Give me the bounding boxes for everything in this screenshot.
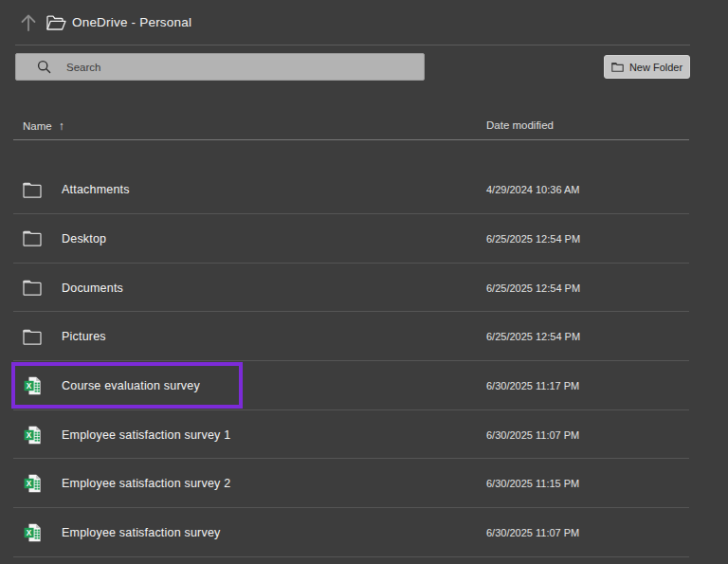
file-date-modified: 6/25/2025 12:54 PM	[486, 233, 580, 245]
file-list: X Attachments 4/29/2024 10:36 AM	[0, 140, 728, 557]
folder-icon: X	[23, 180, 42, 199]
new-folder-label: New Folder	[629, 62, 682, 73]
table-row[interactable]: X Employee satisfaction survey 1 6/30/20…	[0, 410, 728, 460]
file-name: Pictures	[62, 330, 106, 343]
file-name: Documents	[62, 282, 123, 295]
file-name: Attachments	[62, 183, 130, 196]
file-date-modified: 6/25/2025 12:54 PM	[486, 282, 580, 294]
file-date-modified: 6/30/2025 11:07 PM	[486, 429, 579, 441]
excel-file-icon: X	[23, 523, 42, 542]
svg-text:X: X	[26, 382, 31, 391]
new-folder-button[interactable]: New Folder	[604, 55, 690, 79]
folder-icon: X	[23, 279, 42, 298]
file-date-modified: 4/29/2024 10:36 AM	[486, 184, 579, 195]
sort-ascending-icon: ↑	[59, 119, 64, 133]
column-header-name[interactable]: Name ↑	[23, 119, 64, 133]
open-folder-icon	[46, 15, 66, 31]
folder-icon: X	[23, 327, 42, 346]
table-row[interactable]: X Documents 6/25/2025 12:54 PM	[0, 264, 728, 313]
breadcrumb[interactable]: OneDrive - Personal	[72, 15, 191, 29]
table-row[interactable]: X Employee satisfaction survey 6/30/2025…	[0, 508, 728, 557]
column-header-date-modified[interactable]: Date modified	[486, 119, 554, 131]
search-input[interactable]	[51, 54, 424, 80]
file-picker-dialog: { "header": { "title": "OneDrive - Perso…	[0, 0, 728, 564]
excel-file-icon: X	[23, 376, 42, 395]
file-name: Course evaluation survey	[62, 379, 200, 392]
column-name-label: Name	[23, 120, 52, 132]
svg-text:X: X	[26, 430, 31, 439]
column-date-label: Date modified	[486, 119, 554, 131]
file-name: Desktop	[62, 232, 106, 246]
table-row[interactable]: X Attachments 4/29/2024 10:36 AM	[0, 165, 728, 214]
svg-text:X: X	[26, 529, 31, 537]
search-box[interactable]	[15, 53, 425, 81]
file-name: Employee satisfaction survey 2	[62, 477, 230, 490]
title-bar: OneDrive - Personal	[0, 0, 728, 45]
table-row[interactable]: X Desktop 6/25/2025 12:54 PM	[0, 214, 728, 264]
file-date-modified: 6/25/2025 12:54 PM	[486, 331, 580, 342]
svg-text:X: X	[26, 480, 31, 488]
folder-icon: X	[23, 229, 42, 248]
table-row[interactable]: X Pictures 6/25/2025 12:54 PM	[0, 312, 728, 361]
table-row[interactable]: X Employee satisfaction survey 2 6/30/20…	[0, 459, 728, 508]
table-row[interactable]: X Course evaluation survey 6/30/2025 11:…	[0, 361, 728, 410]
excel-file-icon: X	[23, 426, 42, 445]
file-name: Employee satisfaction survey 1	[62, 428, 230, 442]
file-date-modified: 6/30/2025 11:15 PM	[486, 478, 579, 489]
divider	[15, 45, 690, 45]
file-date-modified: 6/30/2025 11:17 PM	[486, 380, 579, 391]
excel-file-icon: X	[23, 474, 42, 493]
new-folder-icon	[611, 62, 624, 72]
search-icon	[37, 60, 51, 74]
navigate-up-icon[interactable]	[17, 11, 40, 34]
file-name: Employee satisfaction survey	[62, 526, 220, 539]
file-date-modified: 6/30/2025 11:07 PM	[486, 527, 579, 538]
